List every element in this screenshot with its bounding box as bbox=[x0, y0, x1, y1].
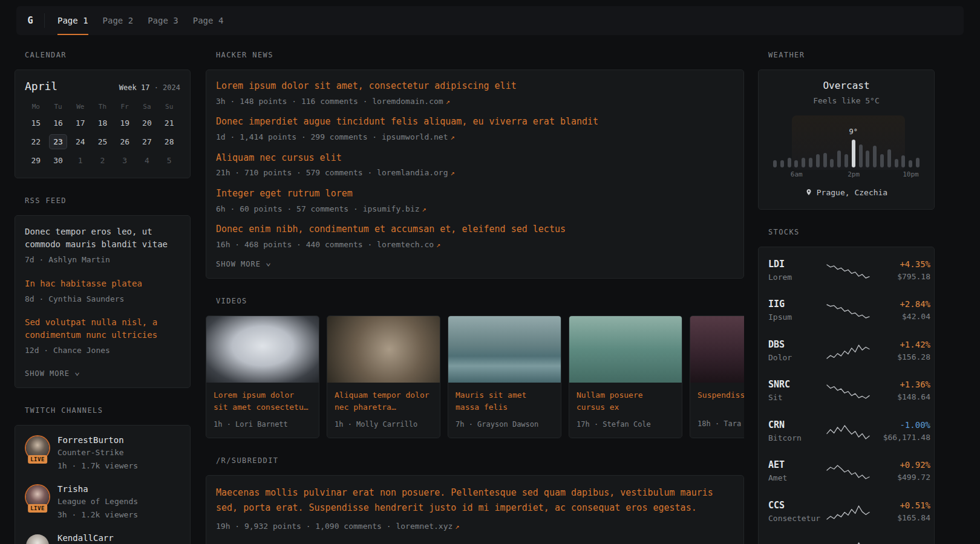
stock-row[interactable]: AHS +0.46% bbox=[768, 532, 924, 544]
video-title[interactable]: Lorem ipsum dolor sit amet consectetu… bbox=[206, 383, 319, 413]
hn-story-domain[interactable]: ipsumify.biz bbox=[363, 204, 420, 213]
hn-story-domain[interactable]: ipsumworld.net bbox=[382, 132, 448, 141]
stock-row[interactable]: LDI Lorem +4.35% $795.18 bbox=[768, 251, 924, 291]
stock-price: $42.04 bbox=[870, 311, 930, 323]
video-card[interactable]: Mauris sit amet massa felis 7h · Grayson… bbox=[448, 316, 561, 438]
channel-game[interactable]: Counter-Strike bbox=[57, 447, 138, 459]
calendar-day[interactable]: 5 bbox=[158, 153, 180, 168]
app-logo[interactable]: G bbox=[16, 6, 44, 35]
video-card[interactable]: Nullam posuere cursus ex 17h · Stefan Co… bbox=[569, 316, 682, 438]
video-title[interactable]: Nullam posuere cursus ex bbox=[569, 383, 682, 413]
stock-name: Dolor bbox=[768, 352, 826, 364]
stock-symbol: IIG bbox=[768, 299, 826, 309]
twitch-channel[interactable]: LIVE Trisha League of Legends 3h · 1.2k … bbox=[25, 484, 180, 521]
calendar-day[interactable]: 1 bbox=[69, 153, 91, 168]
stock-row[interactable]: CCS Consectetur +0.51% $165.84 bbox=[768, 492, 924, 533]
channel-game[interactable]: League of Legends bbox=[57, 496, 138, 508]
weather-bar bbox=[788, 158, 791, 167]
calendar-day-grid: 15 16 17 18 19 20 21 22 bbox=[25, 115, 180, 168]
hn-story-meta: 1d · 1,414 points · 299 comments · ipsum… bbox=[216, 131, 734, 143]
calendar-day-number: 15 bbox=[27, 115, 45, 131]
weather-time-ticks: 6am2pm10pm bbox=[773, 170, 920, 178]
reddit-post-domain[interactable]: loremnet.xyz bbox=[396, 522, 452, 531]
calendar-day[interactable]: 25 bbox=[91, 134, 114, 149]
video-card[interactable]: Lorem ipsum dolor sit amet consectetu… 1… bbox=[206, 316, 319, 438]
page-tab[interactable]: Page 1 bbox=[57, 6, 88, 35]
video-title[interactable]: Suspendisse diam bbox=[690, 383, 744, 413]
calendar-section: CALENDAR April Week 17 · 2024 MoTuWeThFr… bbox=[15, 51, 191, 178]
weather-bar: 9° bbox=[852, 140, 855, 167]
twitch-channel[interactable]: KendallCarr bbox=[25, 533, 180, 544]
rss-show-more-button[interactable]: SHOW MORE⌄ bbox=[25, 368, 80, 378]
channel-name[interactable]: Trisha bbox=[57, 484, 138, 494]
calendar-day[interactable]: 16 bbox=[47, 115, 70, 131]
calendar-day[interactable]: 3 bbox=[114, 153, 136, 168]
video-meta: 1h · Molly Carrillo bbox=[327, 414, 440, 438]
hn-story-link[interactable]: Donec imperdiet augue tincidunt felis al… bbox=[216, 115, 734, 129]
twitch-widget: LIVE ForrestBurton Counter-Strike 1h · 1… bbox=[15, 425, 191, 544]
channel-info: Trisha League of Legends 3h · 1.2k viewe… bbox=[57, 484, 138, 521]
video-title[interactable]: Aliquam tempor dolor nec pharetra… bbox=[327, 383, 440, 413]
calendar-day[interactable]: 28 bbox=[158, 134, 180, 149]
calendar-day-number: 20 bbox=[138, 115, 156, 131]
calendar-day[interactable]: 4 bbox=[136, 153, 158, 168]
hn-story-link[interactable]: Lorem ipsum dolor sit amet, consectetur … bbox=[216, 80, 734, 93]
calendar-day[interactable]: 22 bbox=[25, 134, 47, 149]
calendar-header: April Week 17 · 2024 bbox=[25, 80, 180, 92]
live-badge: LIVE bbox=[28, 504, 47, 513]
stock-numbers: +1.42% $156.28 bbox=[870, 340, 930, 363]
video-card[interactable]: Aliquam tempor dolor nec pharetra… 1h · … bbox=[327, 316, 440, 438]
hn-story-domain[interactable]: loremtech.co bbox=[377, 240, 434, 249]
calendar-day[interactable]: 23 bbox=[47, 134, 70, 149]
channel-name[interactable]: ForrestBurton bbox=[57, 435, 138, 445]
calendar-day[interactable]: 15 bbox=[25, 115, 47, 131]
page-tab[interactable]: Page 2 bbox=[103, 6, 134, 35]
channel-name[interactable]: KendallCarr bbox=[57, 533, 114, 543]
stock-name: Sit bbox=[768, 392, 826, 404]
calendar-day[interactable]: 27 bbox=[136, 134, 158, 149]
weather-location[interactable]: Prague, Czechia bbox=[768, 188, 924, 197]
calendar-day[interactable]: 29 bbox=[25, 153, 47, 168]
rss-item-link[interactable]: Sed volutpat nulla nisl, a condimentum n… bbox=[25, 316, 180, 342]
weather-hourly-chart: 9° 6am2pm10pm bbox=[773, 121, 920, 178]
rss-item-meta: 8d · Cynthia Saunders bbox=[25, 293, 180, 305]
hn-show-more-button[interactable]: SHOW MORE⌄ bbox=[216, 259, 272, 268]
stock-row[interactable]: DBS Dolor +1.42% $156.28 bbox=[768, 331, 924, 372]
calendar-day[interactable]: 21 bbox=[158, 115, 180, 131]
stock-row[interactable]: IIG Ipsum +2.84% $42.04 bbox=[768, 291, 924, 331]
weather-bar bbox=[901, 155, 905, 167]
show-more-label: SHOW MORE bbox=[25, 369, 70, 378]
stock-price: $148.64 bbox=[870, 391, 930, 403]
calendar-day-number: 27 bbox=[138, 134, 156, 149]
calendar-day-header: Tu bbox=[47, 103, 70, 111]
hn-story-domain[interactable]: loremlandia.org bbox=[377, 168, 448, 177]
calendar-day[interactable]: 2 bbox=[91, 153, 114, 168]
calendar-day[interactable]: 17 bbox=[69, 115, 91, 131]
calendar-day[interactable]: 26 bbox=[114, 134, 136, 149]
stock-row[interactable]: SNRC Sit +1.36% $148.64 bbox=[768, 371, 924, 412]
video-thumbnail bbox=[327, 316, 440, 383]
weather-bar bbox=[802, 158, 805, 167]
video-title[interactable]: Mauris sit amet massa felis bbox=[448, 383, 561, 413]
reddit-post-link[interactable]: Maecenas mollis pulvinar erat non posuer… bbox=[216, 485, 734, 516]
hn-story-link[interactable]: Integer eget rutrum lorem bbox=[216, 187, 734, 201]
rss-item-link[interactable]: In hac habitasse platea bbox=[25, 277, 180, 290]
hn-story-link[interactable]: Aliquam nec cursus elit bbox=[216, 152, 734, 165]
calendar-day[interactable]: 30 bbox=[47, 153, 70, 168]
hn-story-meta: 3h · 148 points · 116 comments · loremdo… bbox=[216, 96, 734, 108]
twitch-channel[interactable]: LIVE ForrestBurton Counter-Strike 1h · 1… bbox=[25, 435, 180, 472]
page-tab[interactable]: Page 3 bbox=[148, 6, 178, 35]
hn-story-link[interactable]: Donec enim nibh, condimentum et accumsan… bbox=[216, 223, 734, 236]
stock-row[interactable]: AET Amet +0.92% $499.72 bbox=[768, 452, 924, 492]
stock-symbol: AET bbox=[768, 459, 826, 470]
calendar-day[interactable]: 18 bbox=[91, 115, 114, 131]
weather-bar bbox=[859, 144, 863, 167]
calendar-day[interactable]: 19 bbox=[114, 115, 136, 131]
stock-row[interactable]: CRN Bitcorn -1.00% $66,171.48 bbox=[768, 412, 924, 452]
hn-story-domain[interactable]: loremdomain.com bbox=[372, 97, 443, 106]
page-tab[interactable]: Page 4 bbox=[193, 6, 224, 35]
rss-item-link[interactable]: Donec tempor eros leo, ut commodo mauris… bbox=[25, 225, 180, 251]
calendar-day[interactable]: 24 bbox=[69, 134, 91, 149]
video-card[interactable]: Suspendisse diam 18h · Tara bbox=[690, 316, 744, 438]
calendar-day[interactable]: 20 bbox=[136, 115, 158, 131]
